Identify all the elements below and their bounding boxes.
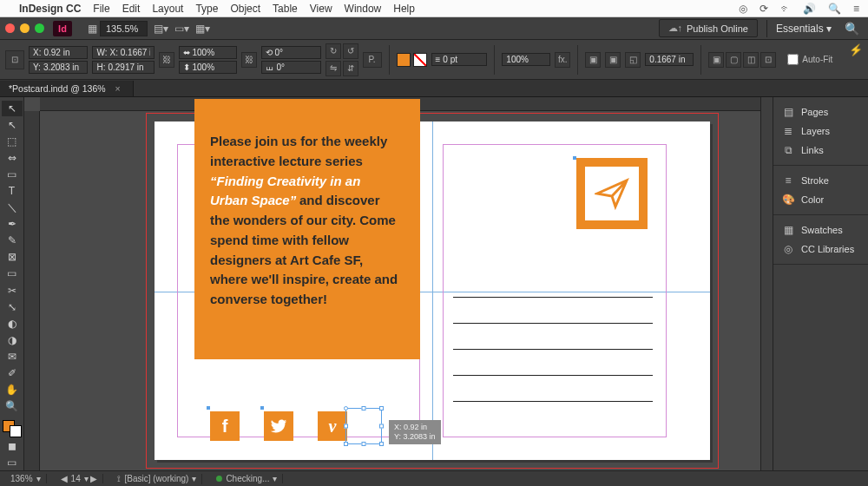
- eyedropper-tool[interactable]: ✐: [2, 365, 23, 381]
- menu-layout[interactable]: Layout: [152, 3, 183, 15]
- panel-swatches[interactable]: ▦Swatches: [773, 220, 868, 240]
- scale-y-field[interactable]: ⬍: [179, 61, 237, 74]
- wifi-icon[interactable]: ᯤ: [780, 3, 791, 15]
- twitter-icon[interactable]: [264, 411, 293, 441]
- flip-v-icon[interactable]: ⇵: [343, 61, 358, 76]
- scissors-tool[interactable]: ✂: [2, 283, 23, 299]
- x-field[interactable]: X:: [29, 46, 88, 59]
- autofit-checkbox[interactable]: Auto-Fit: [787, 54, 832, 65]
- menu-window[interactable]: Window: [345, 3, 382, 15]
- shear-field[interactable]: ⧢: [261, 61, 321, 74]
- w-field[interactable]: W:: [92, 46, 154, 59]
- guide-center-v[interactable]: [432, 122, 433, 460]
- panel-color[interactable]: 🎨Color: [773, 190, 868, 209]
- fx-icon[interactable]: fx.: [555, 52, 570, 68]
- document-canvas[interactable]: Please join us for the weekly interactiv…: [24, 97, 760, 470]
- status-page-nav[interactable]: ◀ 14 ▾ ▶: [56, 474, 104, 483]
- status-zoom[interactable]: 136% ▾: [5, 474, 47, 483]
- panel-layers[interactable]: ≣Layers: [773, 122, 868, 141]
- center-content-icon[interactable]: ⊡: [760, 52, 776, 68]
- address-line[interactable]: [453, 297, 653, 298]
- panel-pages[interactable]: ▤Pages: [773, 102, 868, 122]
- ruler-vertical[interactable]: [24, 111, 40, 470]
- panel-links[interactable]: ⧉Links: [773, 141, 868, 160]
- content-collector-tool[interactable]: ▭: [2, 167, 23, 182]
- menu-icon[interactable]: ≡: [853, 3, 859, 15]
- publish-online-button[interactable]: ☁↑ Publish Online: [659, 19, 758, 37]
- rotate-ccw-icon[interactable]: ↺: [343, 43, 358, 59]
- line-tool[interactable]: ＼: [2, 200, 23, 215]
- page-tool[interactable]: ⬚: [2, 134, 23, 149]
- hand-tool[interactable]: ✋: [2, 382, 23, 397]
- gap-tool[interactable]: ⇔: [2, 150, 23, 166]
- fit-prop-icon[interactable]: ◫: [743, 52, 759, 68]
- stroke-weight-field[interactable]: ≡: [431, 53, 488, 66]
- search-app-icon[interactable]: 🔍: [840, 22, 863, 36]
- h-field[interactable]: H:: [92, 61, 154, 74]
- fit-content-icon[interactable]: ▣: [708, 52, 724, 68]
- constrain-icon[interactable]: ⛓: [159, 52, 174, 68]
- status-preset[interactable]: ⟟ [Basic] (working) ▾: [112, 474, 202, 484]
- cc-icon[interactable]: ◎: [739, 3, 747, 15]
- menu-help[interactable]: Help: [393, 3, 415, 15]
- menu-table[interactable]: Table: [273, 3, 298, 15]
- address-line[interactable]: [453, 401, 653, 402]
- opacity-field[interactable]: [502, 53, 550, 66]
- fit-frame-icon[interactable]: ▢: [726, 52, 741, 68]
- screen-mode-icon[interactable]: ▭▾: [174, 23, 189, 35]
- rotate-cw-icon[interactable]: ↻: [326, 43, 341, 59]
- pen-tool[interactable]: ✒: [2, 216, 23, 232]
- stamp-graphic[interactable]: [576, 158, 648, 229]
- scale-x-field[interactable]: ⬌: [179, 46, 237, 59]
- menu-view[interactable]: View: [310, 3, 332, 15]
- zoom-level[interactable]: 135.5%: [100, 21, 148, 36]
- menu-object[interactable]: Object: [230, 3, 260, 15]
- free-transform-tool[interactable]: ⤡: [2, 299, 23, 315]
- facebook-icon[interactable]: f: [210, 411, 240, 441]
- arrange-icon[interactable]: ▦▾: [194, 23, 210, 35]
- status-preflight[interactable]: Checking... ▾: [211, 474, 283, 483]
- speaker-icon[interactable]: 🔊: [803, 3, 816, 15]
- gradient-feather-tool[interactable]: ◑: [2, 332, 23, 348]
- screen-mode-tool[interactable]: ▭: [2, 455, 23, 470]
- view-options-icon[interactable]: ▤▾: [153, 23, 168, 35]
- menu-type[interactable]: Type: [195, 3, 218, 15]
- search-icon[interactable]: 🔍: [828, 3, 841, 15]
- quick-apply-icon[interactable]: ⚡: [849, 43, 863, 56]
- apply-color-icon[interactable]: ◼: [2, 438, 23, 454]
- text-wrap-bound-icon[interactable]: ▣: [605, 52, 621, 68]
- minimize-window[interactable]: [20, 23, 30, 33]
- align-rotation-icon[interactable]: P.: [363, 52, 382, 68]
- note-tool[interactable]: ✉: [2, 349, 23, 364]
- selection-handles[interactable]: [345, 408, 382, 444]
- address-line[interactable]: [453, 375, 653, 376]
- constrain-scale-icon[interactable]: ⛓: [241, 52, 257, 68]
- bridge-icon[interactable]: ▦: [84, 23, 100, 35]
- vimeo-icon[interactable]: v: [318, 411, 347, 441]
- sync-icon[interactable]: ⟳: [760, 3, 768, 15]
- fill-stroke-swap[interactable]: [3, 420, 22, 437]
- reference-point-icon[interactable]: ⊡: [5, 50, 24, 69]
- menu-edit[interactable]: Edit: [122, 3, 141, 15]
- flip-h-icon[interactable]: ⇋: [326, 61, 341, 76]
- close-tab-icon[interactable]: ×: [115, 83, 121, 94]
- address-line[interactable]: [453, 323, 653, 324]
- zoom-tool[interactable]: 🔍: [2, 398, 23, 414]
- rectangle-frame-tool[interactable]: ⊠: [2, 249, 23, 265]
- panel-stroke[interactable]: ≡Stroke: [773, 171, 868, 190]
- direct-selection-tool[interactable]: ↖: [2, 117, 23, 133]
- close-window[interactable]: [5, 23, 15, 33]
- document-tab[interactable]: *Postcard.indd @ 136% ×: [0, 81, 134, 96]
- text-wrap-none-icon[interactable]: ▣: [585, 52, 601, 68]
- fill-swatch[interactable]: [397, 53, 411, 67]
- menu-app[interactable]: InDesign CC: [19, 3, 81, 15]
- postcard-text-frame[interactable]: Please join us for the weekly interactiv…: [194, 99, 420, 359]
- type-tool[interactable]: T: [2, 183, 23, 199]
- rectangle-tool[interactable]: ▭: [2, 266, 23, 281]
- pencil-tool[interactable]: ✎: [2, 233, 23, 248]
- zoom-window[interactable]: [35, 23, 44, 33]
- y-field[interactable]: Y:: [29, 61, 88, 74]
- corner-options-icon[interactable]: ◱: [625, 52, 641, 68]
- selection-tool[interactable]: ↖: [2, 101, 23, 116]
- address-line[interactable]: [453, 349, 653, 350]
